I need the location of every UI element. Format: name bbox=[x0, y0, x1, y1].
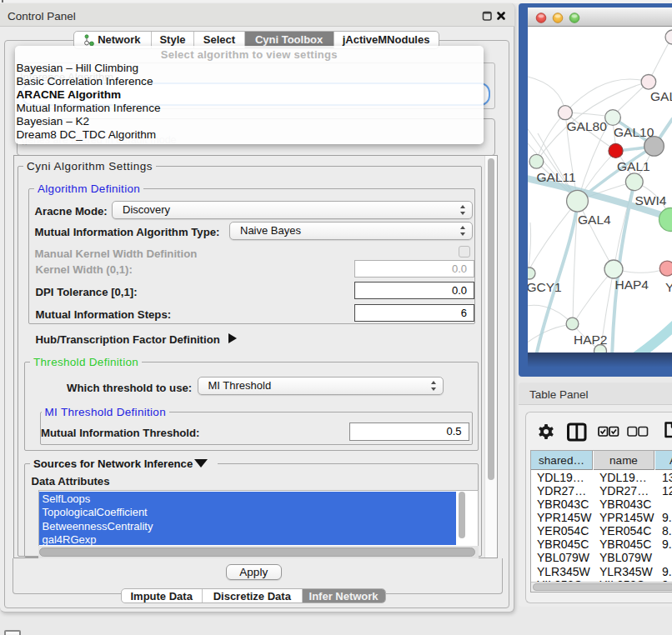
svg-text:YE: YE bbox=[665, 280, 672, 294]
svg-text:GAL11: GAL11 bbox=[537, 169, 576, 183]
svg-text:GCY1: GCY1 bbox=[528, 280, 562, 294]
svg-text:HAP4: HAP4 bbox=[615, 278, 649, 292]
svg-text:GAL4: GAL4 bbox=[578, 212, 611, 226]
svg-text:GAL80: GAL80 bbox=[567, 119, 608, 133]
svg-text:GAL1: GAL1 bbox=[617, 159, 650, 173]
svg-text:GAL7: GAL7 bbox=[650, 89, 672, 103]
svg-text:SWI4: SWI4 bbox=[635, 193, 667, 208]
svg-text:HAP2: HAP2 bbox=[574, 332, 608, 347]
svg-text:GAL10: GAL10 bbox=[614, 125, 654, 139]
